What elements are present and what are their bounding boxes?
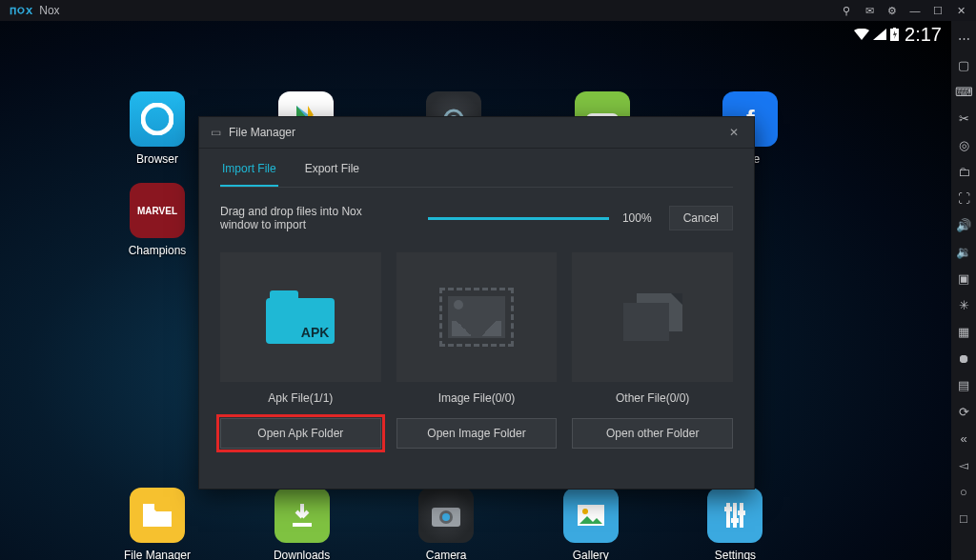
scissors-icon[interactable]: ✂ — [951, 105, 976, 131]
app-label: Camera — [426, 549, 467, 560]
dialog-header: ▭ File Manager ✕ — [199, 117, 754, 149]
card-image[interactable] — [396, 252, 558, 382]
dialog-title: File Manager — [229, 126, 295, 139]
svg-point-15 — [442, 513, 450, 521]
multi-instance-icon[interactable]: ▦ — [951, 318, 976, 345]
record-icon[interactable]: ⏺ — [951, 345, 976, 371]
close-window-button[interactable]: ✕ — [951, 1, 970, 20]
app-camera[interactable]: Camera — [403, 488, 489, 560]
svg-rect-18 — [726, 503, 730, 528]
app-label: Gallery — [573, 549, 609, 560]
pin-icon[interactable]: ⚲ — [837, 1, 856, 20]
settings-gear-icon[interactable]: ⚙ — [883, 1, 902, 20]
fullscreen-icon[interactable]: ⛶ — [951, 185, 976, 211]
card-apk[interactable]: APK — [220, 252, 381, 382]
svg-rect-21 — [724, 507, 732, 511]
card-labels: Apk File(1/1) Image File(0/0) Other File… — [199, 382, 754, 405]
collapse-icon[interactable]: « — [951, 425, 976, 451]
home-screen-row2: File Manager Downloads Camera Gallery Se… — [114, 488, 837, 560]
app-browser[interactable]: Browser — [114, 91, 200, 166]
window-title: Nox — [39, 4, 59, 17]
app-gallery[interactable]: Gallery — [548, 488, 634, 560]
rotate-icon[interactable]: ⟳ — [951, 398, 976, 425]
home-icon[interactable]: ○ — [951, 478, 976, 505]
import-progress-row: Drag and drop files into Nox window to i… — [199, 188, 754, 239]
app-label: Browser — [136, 152, 178, 166]
home-screen-extra: MARVEL Champions — [114, 183, 200, 257]
app-label: Downloads — [274, 549, 330, 560]
loading-icon[interactable]: ✳ — [951, 291, 976, 318]
app-champions[interactable]: MARVEL Champions — [114, 183, 200, 257]
camera-icon — [418, 488, 474, 543]
mail-icon[interactable]: ✉ — [860, 1, 879, 20]
nox-logo: ᴨ૦x — [10, 3, 33, 18]
svg-rect-11 — [143, 504, 154, 510]
signal-icon — [873, 29, 886, 40]
svg-rect-12 — [293, 523, 312, 527]
browser-icon — [130, 91, 185, 147]
dialog-tabs: Import File Export File — [199, 149, 754, 187]
more-icon[interactable]: ⋯ — [951, 25, 976, 51]
status-bar: 2:17 — [0, 21, 951, 48]
shake-icon[interactable]: ▢ — [951, 51, 976, 78]
card-apk-label: Apk File(1/1) — [220, 382, 381, 405]
maximize-button[interactable]: ☐ — [928, 1, 947, 20]
drag-hint: Drag and drop files into Nox window to i… — [220, 205, 403, 231]
location-icon[interactable]: ◎ — [951, 131, 976, 158]
app-label: File Manager — [124, 549, 191, 560]
back-icon[interactable]: ◅ — [951, 451, 976, 478]
sliders-icon — [707, 488, 762, 543]
apk-folder-icon: APK — [266, 290, 335, 344]
champions-icon: MARVEL — [130, 183, 185, 238]
battery-icon — [890, 28, 899, 41]
my-computer-icon[interactable]: 🗀 — [951, 158, 976, 185]
apk-install-icon[interactable]: ▣ — [951, 265, 976, 291]
keyboard-icon[interactable]: ⌨ — [951, 78, 976, 105]
import-progress-bar — [428, 217, 609, 220]
folder-icon — [130, 488, 185, 543]
svg-rect-19 — [733, 503, 737, 528]
app-downloads[interactable]: Downloads — [259, 488, 345, 560]
volume-down-icon[interactable]: 🔉 — [951, 238, 976, 265]
android-screen: 2:17 Browser f — [0, 21, 951, 560]
tab-export-file[interactable]: Export File — [303, 156, 361, 187]
tab-import-file[interactable]: Import File — [220, 156, 278, 187]
minimize-button[interactable]: — — [905, 1, 925, 20]
recent-icon[interactable]: □ — [951, 505, 976, 531]
card-other[interactable] — [572, 252, 733, 382]
file-manager-dialog: ▭ File Manager ✕ Import File Export File… — [198, 116, 755, 490]
dialog-close-button[interactable]: ✕ — [725, 122, 742, 143]
svg-point-17 — [582, 509, 588, 514]
volume-up-icon[interactable]: 🔊 — [951, 211, 976, 238]
svg-rect-22 — [731, 518, 739, 523]
card-other-label: Other File(0/0) — [572, 382, 733, 405]
open-image-folder-button[interactable]: Open Image Folder — [396, 418, 558, 449]
app-file-manager[interactable]: File Manager — [114, 488, 200, 560]
screenshot-icon[interactable]: ▤ — [951, 371, 976, 398]
open-buttons: Open Apk Folder Open Image Folder Open o… — [199, 405, 754, 449]
gallery-icon — [563, 488, 619, 543]
app-label: Champions — [129, 244, 187, 257]
file-stack-icon — [623, 293, 682, 341]
svg-rect-1 — [893, 28, 896, 29]
card-image-label: Image File(0/0) — [396, 382, 558, 405]
cancel-button[interactable]: Cancel — [669, 206, 733, 230]
file-cards: APK — [199, 239, 754, 382]
image-placeholder-icon — [439, 288, 514, 347]
nox-sidebar: ⋯ ▢ ⌨ ✂ ◎ 🗀 ⛶ 🔊 🔉 ▣ ✳ ▦ ⏺ ▤ ⟳ « ◅ ○ □ — [951, 21, 976, 560]
download-icon — [274, 488, 330, 543]
wifi-icon — [854, 29, 869, 40]
clock: 2:17 — [905, 24, 942, 46]
apk-badge: APK — [301, 325, 330, 340]
app-settings[interactable]: Settings — [692, 488, 778, 560]
window-icon: ▭ — [211, 126, 221, 139]
open-apk-folder-button[interactable]: Open Apk Folder — [220, 418, 381, 449]
progress-percent: 100% — [622, 211, 652, 225]
svg-rect-23 — [738, 510, 745, 515]
window-titlebar: ᴨ૦x Nox ⚲ ✉ ⚙ — ☐ ✕ — [0, 0, 976, 21]
open-other-folder-button[interactable]: Open other Folder — [572, 418, 733, 449]
app-label: Settings — [715, 549, 756, 560]
